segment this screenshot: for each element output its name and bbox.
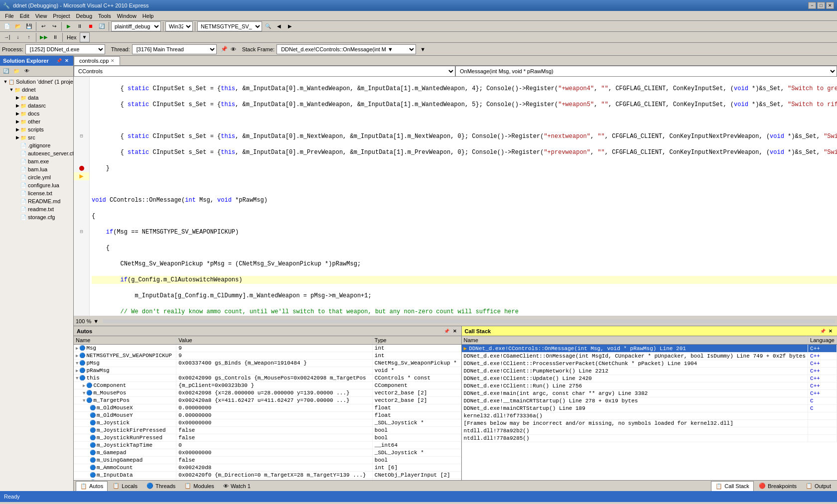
cs-row[interactable]: [Frames below may be incorrect and/or mi… (462, 420, 837, 427)
stop-button[interactable]: ⏹ (86, 21, 96, 31)
se-refresh-button[interactable]: 🔄 (1, 66, 11, 76)
new-file-button[interactable]: 📄 (2, 21, 12, 31)
tree-storage-cfg[interactable]: ▶ 📄 storage.cfg (1, 213, 72, 221)
undo-button[interactable]: ↩ (38, 21, 48, 31)
tree-configure-lua[interactable]: ▶ 📄 configure.lua (1, 181, 72, 189)
cs-pin-button[interactable]: 📌 (819, 328, 826, 335)
thread-dropdown[interactable]: [3176] Main Thread (132, 44, 217, 54)
autos-row[interactable]: ▼🔵pMsg 0x00337400 gs_Binds {m_Weapon=191… (74, 360, 461, 367)
tab-autos[interactable]: 📋 Autos (76, 481, 108, 491)
save-button[interactable]: 💾 (24, 21, 34, 31)
tree-other[interactable]: ▶ 📁 other (1, 118, 72, 126)
tree-license[interactable]: ▶ 📄 license.txt (1, 189, 72, 197)
step-out-button[interactable]: ↑ (24, 32, 34, 42)
autos-row[interactable]: 🔵m_OldMouseY 0.00000000 float (74, 412, 461, 419)
open-button[interactable]: 📂 (13, 21, 23, 31)
autos-row[interactable]: 🔵m_Joystick 0x00000000 _SDL_Joystick * (74, 419, 461, 427)
autos-row[interactable]: 🔵m_InputData 0x002420f0 {m_Direction=0 m… (74, 472, 461, 479)
autos-row[interactable]: 🔵m_UsingGamepad false bool (74, 457, 461, 464)
autos-row[interactable]: 🔵m_JoystickTapTime 0 __int64 (74, 442, 461, 449)
tree-readme-md[interactable]: ▶ 📄 README.md (1, 197, 72, 205)
method-dropdown[interactable]: OnMessage(int Msg, void * pRawMsg) (455, 66, 837, 77)
autos-row[interactable]: 🔵m_JoystickRunPressed false bool (74, 434, 461, 442)
tab-locals[interactable]: 📋 Locals (109, 481, 141, 491)
autos-row[interactable]: 🔵m_JoystickFirePressed false bool (74, 427, 461, 434)
tab-callstack[interactable]: 📋 Call Stack (711, 481, 754, 491)
tab-controls-cpp[interactable]: controls.cpp ✕ (74, 56, 120, 65)
tree-ddnet[interactable]: ▼ 📁 ddnet (1, 86, 72, 94)
tree-scripts[interactable]: ▶ 📁 scripts (1, 126, 72, 133)
se-pin-button[interactable]: 📌 (55, 57, 62, 64)
menu-window[interactable]: Window (114, 12, 140, 20)
autos-row[interactable]: 🔵m_Gamepad 0x00000000 _SDL_Joystick * (74, 449, 461, 457)
docs-arrow[interactable]: ▶ (15, 111, 20, 116)
tree-bam-lua[interactable]: ▶ 📄 bam.lua (1, 165, 72, 173)
config-dropdown[interactable]: plaintiff_debug (111, 21, 161, 31)
autos-pin-button[interactable]: 📌 (443, 328, 450, 335)
gutter-fold-snapinput[interactable]: ⊟ (74, 228, 89, 236)
hex-toggle[interactable]: ▼ (80, 32, 90, 42)
watch-next-button[interactable]: ▶ (285, 21, 295, 31)
autos-row[interactable]: ▶🔵NETMSGTYPE_SV_WEAPONPICKUP 9 int (74, 352, 461, 360)
menu-tools[interactable]: Tools (95, 12, 114, 20)
code-content[interactable]: { static CInputSet s_Set = {this, &m_Inp… (90, 77, 837, 316)
other-arrow[interactable]: ▶ (15, 119, 20, 124)
src-arrow[interactable]: ▶ (15, 135, 20, 140)
tree-datasrc[interactable]: ▶ 📁 datasrc (1, 102, 72, 110)
gutter-breakpoint[interactable] (74, 164, 89, 172)
autos-row[interactable]: ▼🔵m_TargetPos 0x002420a8 {x=411.62427 u=… (74, 397, 461, 404)
watch-prev-button[interactable]: ◀ (274, 21, 284, 31)
autos-row[interactable]: ▶🔵Msg 9 int (74, 345, 461, 352)
cs-row[interactable]: DDNet_d.exe!__tmainCRTStartup() Line 278… (462, 397, 837, 405)
root-arrow[interactable]: ▼ (3, 79, 8, 84)
step-into-button[interactable]: ↓ (13, 32, 23, 42)
restart-button[interactable]: 🔄 (97, 21, 107, 31)
start-debug-button[interactable]: ▶ (64, 21, 74, 31)
menu-debug[interactable]: Debug (73, 12, 95, 20)
add-watch-button[interactable]: 🔍 (263, 21, 273, 31)
autos-row[interactable]: 🔵m_OldMouseX 0.00000000 float (74, 404, 461, 412)
menu-file[interactable]: File (2, 12, 17, 20)
scripts-arrow[interactable]: ▶ (15, 127, 20, 132)
tab-modules[interactable]: 📋 Modules (180, 481, 218, 491)
autos-table[interactable]: Name Value Type ▶🔵Msg 9 int ▶🔵NETMSGTYPE… (74, 336, 461, 480)
watch-dropdown[interactable]: NETMSGTYPE_SV_ (197, 21, 262, 31)
se-close-button[interactable]: ✕ (63, 57, 70, 64)
autos-row[interactable]: ▶🔵CComponent {m_pClient=0x00323b30 } CCo… (74, 382, 461, 389)
cs-close-button[interactable]: ✕ (827, 328, 834, 335)
autos-row[interactable]: ▼🔵this 0x00242090 gs_Controls {m_MousePo… (74, 375, 461, 382)
se-new-folder-button[interactable]: 📁 (11, 66, 21, 76)
cs-row[interactable]: DDNet_d.exe!CGameClient::OnMessage(int M… (462, 353, 837, 360)
cs-row[interactable]: DDNet_d.exe!main(int argc, const char **… (462, 390, 837, 397)
autos-row[interactable]: ▼🔵m_MousePos 0x00242098 {x=28.000000 u=2… (74, 389, 461, 397)
datasrc-arrow[interactable]: ▶ (15, 103, 20, 108)
stack-frame-dropdown[interactable]: DDNet_d.exe!CControls::OnMessage(int M ▼ (277, 44, 416, 54)
tab-close-icon[interactable]: ✕ (111, 58, 115, 63)
step-over-button[interactable]: →| (2, 32, 12, 42)
menu-help[interactable]: Help (140, 12, 157, 20)
se-show-all-button[interactable]: 👁 (22, 66, 32, 76)
process-dropdown[interactable]: [1252] DDNet_d.exe (25, 44, 105, 54)
tree-docs[interactable]: ▶ 📁 docs (1, 110, 72, 118)
cs-row[interactable]: DDNet_d.exe!CClient::Run() Line 2756 C++ (462, 382, 837, 390)
menu-edit[interactable]: Edit (17, 12, 32, 20)
gutter-fold-onmessage[interactable]: ⊟ (74, 132, 89, 140)
break-all-button[interactable]: ⏸ (50, 32, 60, 42)
cs-row[interactable]: DDNet_d.exe!CClient::PumpNetwork() Line … (462, 368, 837, 375)
autos-row[interactable]: 🔵m_AmmoCount 0x002420d8 int [6] (74, 464, 461, 472)
cs-row[interactable]: ntdll.dll!778a9285() (462, 435, 837, 442)
class-dropdown[interactable]: CControls (74, 66, 455, 77)
code-editor[interactable]: ⊟ ▶ ⊟ (74, 77, 837, 316)
autos-close-button[interactable]: ✕ (451, 328, 458, 335)
close-button[interactable]: ✕ (826, 2, 834, 9)
cs-row[interactable]: ▶DDNet_d.exe!CControls::OnMessage(int Ms… (462, 345, 837, 353)
tab-watch1[interactable]: 👁 Watch 1 (219, 481, 255, 491)
cs-row[interactable]: kernel32.dll!76f73336a() (462, 412, 837, 420)
pause-button[interactable]: ⏸ (75, 21, 85, 31)
tab-output[interactable]: 📋 Output (802, 481, 835, 491)
minimize-button[interactable]: − (808, 2, 816, 9)
tree-readme-txt[interactable]: ▶ 📄 readme.txt (1, 205, 72, 213)
platform-dropdown[interactable]: Win32 (165, 21, 193, 31)
cs-row[interactable]: DDNet_d.exe!CClient::Update() Line 2420 … (462, 375, 837, 382)
menu-view[interactable]: View (32, 12, 50, 20)
